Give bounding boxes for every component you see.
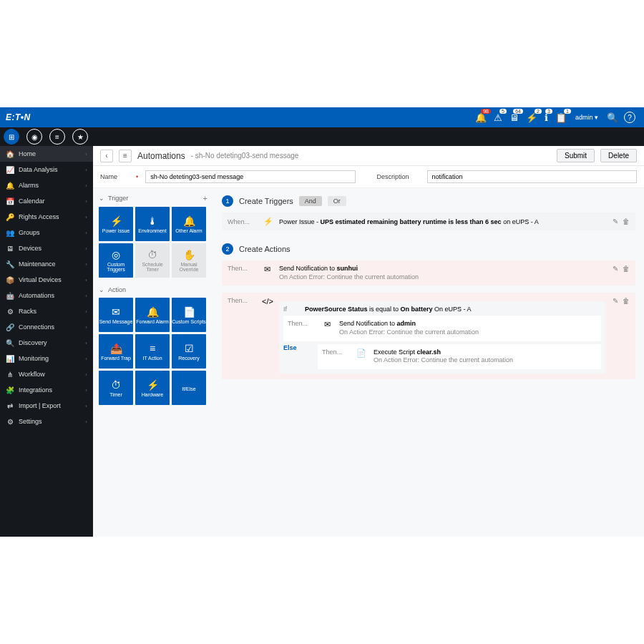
then-label: Then... [228,297,255,304]
sidebar-icon: 🔧 [6,260,14,268]
chevron-icon: ‹ [85,214,87,220]
chevron-icon: ‹ [85,182,87,189]
delete-icon[interactable]: 🗑 [623,297,630,305]
palette-tile-recovery[interactable]: ☑Recovery [172,334,206,369]
name-input[interactable] [145,170,355,183]
back-button[interactable]: ‹ [100,150,113,162]
sidebar-icon: ⋔ [6,371,14,379]
add-trigger-icon[interactable]: + [203,194,208,203]
sidebar-item-integrations[interactable]: 🧩Integrations‹ [0,382,93,398]
sidebar-item-maintenance[interactable]: 🔧Maintenance‹ [0,256,93,272]
notification-icon[interactable]: ℹ3 [545,112,548,123]
sidebar-icon: 🔗 [6,323,14,331]
tab-list-icon[interactable]: ≡ [49,129,65,145]
palette-tile-if-else[interactable]: If/Else [172,371,206,405]
sidebar-item-alarms[interactable]: 🔔Alarms‹ [0,177,93,193]
tab-strip: ⊞ ◉ ≡ ★ [0,127,644,146]
if-condition: If PowerSource Status is equal to On bat… [283,306,601,313]
sidebar-item-virtual-devices[interactable]: 📦Virtual Devices‹ [0,272,93,288]
step-1-badge: 1 [222,195,233,207]
tab-globe-icon[interactable]: ◉ [26,129,42,145]
tab-grid-icon[interactable]: ⊞ [4,129,19,145]
help-icon[interactable]: ? [624,112,635,123]
page-subtitle: - sh-No deteting03-send message [191,152,299,160]
delete-icon[interactable]: 🗑 [623,218,630,225]
sidebar-item-data-analysis[interactable]: 📈Data Analysis‹ [0,162,93,177]
notification-icon[interactable]: 🖥64 [509,112,519,123]
palette-tile-power-issue[interactable]: ⚡Power Issue [99,207,133,241]
delete-icon[interactable]: 🗑 [623,265,630,273]
sidebar-item-rights-access[interactable]: 🔑Rights Access‹ [0,209,93,225]
sidebar-item-racks[interactable]: ⚙Racks‹ [0,303,93,319]
required-indicator: • [136,173,138,180]
palette-tile-forward-alarm[interactable]: 🔔Forward Alarm [135,298,170,332]
palette-tile-custom-triggers[interactable]: ◎Custom Triggers [99,243,133,278]
sidebar-item-workflow[interactable]: ⋔Workflow‹ [0,366,93,382]
palette-tile-manual-override: ✋Manual Override [172,243,206,278]
palette-tile-forward-trap[interactable]: 📤Forward Trap [99,334,133,369]
trigger-grid: ⚡Power Issue🌡Environment🔔Other Alarm◎Cus… [99,207,208,278]
sidebar-icon: ⇄ [6,402,14,410]
builder-canvas: 1 Create Triggers And Or When... ⚡ Power… [213,188,644,537]
sidebar-icon: 🔑 [6,213,14,221]
chevron-icon: ‹ [85,419,87,425]
sidebar-item-groups[interactable]: 👥Groups‹ [0,225,93,240]
notification-icon[interactable]: ⚡2 [526,112,537,123]
or-chip[interactable]: Or [328,196,346,206]
when-label: When... [228,218,258,225]
chevron-icon: ‹ [85,340,87,346]
sidebar-icon: ⚙ [6,308,14,316]
chevron-icon: ‹ [85,324,87,331]
sidebar-item-automations[interactable]: 🤖Automations‹ [0,288,93,303]
brand-logo: E:T•N [6,112,31,122]
edit-icon[interactable]: ✎ [613,265,618,273]
search-icon[interactable]: 🔍 [607,112,618,123]
delete-button[interactable]: Delete [600,149,637,162]
sidebar-item-connections[interactable]: 🔗Connections‹ [0,319,93,335]
chevron-icon: ‹ [85,198,87,205]
chevron-icon: ‹ [85,387,87,394]
palette-tile-hardware[interactable]: ⚡Hardware [135,371,170,405]
power-icon: ⚡ [263,217,273,226]
sidebar-item-monitoring[interactable]: 📊Monitoring‹ [0,351,93,366]
and-chip[interactable]: And [299,196,322,206]
sidebar-icon: 🧩 [6,386,14,394]
palette: ⌄ Trigger + ⚡Power Issue🌡Environment🔔Oth… [93,188,213,537]
action-1-text: Send Notification to sunhui On Action Er… [279,265,419,281]
submit-button[interactable]: Submit [557,149,595,162]
action-section-header[interactable]: ⌄ Action [99,286,208,293]
mail-icon: ✉ [262,265,272,274]
edit-icon[interactable]: ✎ [613,218,618,225]
chevron-icon: ‹ [85,245,87,252]
chevron-icon: ‹ [85,371,87,378]
notification-icon[interactable]: 🔔98 [475,112,487,123]
notification-icon[interactable]: ⚠5 [494,112,502,123]
palette-tile-timer[interactable]: ⏱Timer [99,371,133,405]
nested-action-1: Send Notification to admin On Action Err… [339,320,479,336]
menu-button[interactable]: ≡ [119,150,132,162]
sidebar-item-import-export[interactable]: ⇄Import | Export‹ [0,398,93,414]
sidebar-item-settings[interactable]: ⚙Settings‹ [0,414,93,429]
palette-tile-other-alarm[interactable]: 🔔Other Alarm [172,207,206,241]
desc-input[interactable] [427,170,637,183]
sidebar-item-discovery[interactable]: 🔍Discovery‹ [0,335,93,351]
sidebar-item-home[interactable]: 🏠Home‹ [0,146,93,162]
sidebar-icon: 🏠 [6,150,14,158]
sidebar-icon: 🔔 [6,182,14,190]
palette-tile-environment[interactable]: 🌡Environment [135,207,170,241]
sidebar-item-devices[interactable]: 🖥Devices‹ [0,240,93,256]
notification-icon[interactable]: 📋1 [555,112,567,123]
sidebar: 🏠Home‹📈Data Analysis‹🔔Alarms‹📅Calendar‹🔑… [0,146,93,537]
sidebar-item-calendar[interactable]: 📅Calendar‹ [0,193,93,209]
trigger-section-header[interactable]: ⌄ Trigger + [99,194,208,203]
tab-star-icon[interactable]: ★ [72,129,88,145]
palette-tile-send-message[interactable]: ✉Send Message [99,298,133,332]
edit-icon[interactable]: ✎ [613,297,618,305]
chevron-icon: ‹ [85,277,87,283]
sidebar-icon: 🔍 [6,339,14,347]
palette-tile-custom-scripts[interactable]: 📄Custom Scripts [172,298,206,332]
page-title: Automations [137,151,185,161]
sidebar-icon: 📊 [6,355,14,363]
user-menu[interactable]: admin ▾ [575,114,598,121]
palette-tile-it-action[interactable]: ≡IT Action [135,334,170,369]
